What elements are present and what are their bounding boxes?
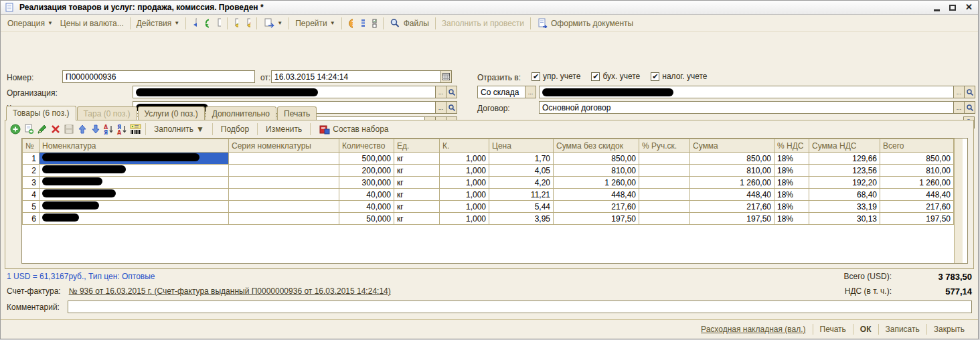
sort-desc-icon[interactable]: ЯА <box>116 124 128 135</box>
cell-price[interactable]: 3,95 <box>489 213 554 225</box>
copy-document-button[interactable] <box>213 18 224 29</box>
cell-k[interactable]: 1,000 <box>440 189 489 201</box>
cell-name[interactable] <box>39 153 229 165</box>
column-header-name[interactable]: Номенклатура <box>39 139 229 153</box>
cell-k[interactable]: 1,000 <box>440 201 489 213</box>
structure-icon[interactable] <box>357 18 368 29</box>
cell-vat_sum[interactable]: 68,40 <box>809 189 880 201</box>
cell-unit[interactable]: кг <box>394 213 440 225</box>
column-header-manual_disc[interactable]: % Руч.ск. <box>639 139 690 153</box>
post-document-button[interactable] <box>230 18 242 29</box>
reread-button[interactable] <box>189 18 200 29</box>
cell-series[interactable] <box>229 165 339 177</box>
delete-row-icon[interactable] <box>50 124 61 135</box>
unpost-document-button[interactable] <box>242 18 254 29</box>
cell-unit[interactable]: кг <box>394 165 440 177</box>
goto-menu-button[interactable]: Перейти▼ <box>292 17 338 29</box>
cell-qty[interactable]: 40,000 <box>339 189 394 201</box>
cell-vat_pct[interactable]: 18% <box>774 213 809 225</box>
cell-sum[interactable]: 448,40 <box>690 189 774 201</box>
sort-asc-icon[interactable]: АЯ <box>103 124 114 135</box>
cell-total[interactable]: 810,00 <box>880 165 954 177</box>
cell-series[interactable] <box>229 213 339 225</box>
end-edit-icon[interactable] <box>63 124 74 135</box>
close-button[interactable]: ✕ <box>965 4 973 11</box>
cell-vat_pct[interactable]: 18% <box>774 165 809 177</box>
tab-4[interactable]: Печать <box>277 106 317 120</box>
column-header-total[interactable]: Всего <box>880 139 954 153</box>
cell-name[interactable] <box>39 177 229 189</box>
cell-manual_disc[interactable] <box>639 201 690 213</box>
date-input[interactable]: 16.03.2015 14:24:14 <box>271 70 441 83</box>
prices-currency-button[interactable]: Цены и валюта... <box>57 17 127 29</box>
cell-sum_wo_disc[interactable]: 850,00 <box>554 153 639 165</box>
cell-qty[interactable]: 200,000 <box>339 165 394 177</box>
cell-sum[interactable]: 217,60 <box>690 201 774 213</box>
bottom-button-2[interactable]: ОК <box>853 323 878 335</box>
cell-sum_wo_disc[interactable]: 448,40 <box>554 189 639 201</box>
cell-sum[interactable]: 810,00 <box>690 165 774 177</box>
bottom-button-3[interactable]: Записать <box>879 323 926 335</box>
bottom-button-1[interactable]: Печать <box>813 323 853 335</box>
organization-open-button[interactable] <box>446 86 457 98</box>
cell-series[interactable] <box>229 189 339 201</box>
column-header-series[interactable]: Серия номенклатуры <box>229 139 339 153</box>
cell-vat_pct[interactable]: 18% <box>774 177 809 189</box>
warehouse-input[interactable] <box>539 86 954 98</box>
cell-qty[interactable]: 40,000 <box>339 201 394 213</box>
cell-series[interactable] <box>229 177 339 189</box>
cell-price[interactable]: 4,20 <box>489 177 554 189</box>
add-row-icon[interactable] <box>9 124 21 135</box>
column-header-qty[interactable]: Количество <box>339 139 394 153</box>
warehouse-mode-button[interactable]: ... <box>525 86 536 98</box>
cell-unit[interactable]: кг <box>394 201 440 213</box>
cell-k[interactable]: 1,000 <box>440 177 489 189</box>
column-header-vat_pct[interactable]: % НДС <box>774 139 809 153</box>
tab-0[interactable]: Товары (6 поз.) <box>6 106 76 120</box>
cell-num[interactable]: 5 <box>23 201 39 213</box>
cell-k[interactable]: 1,000 <box>440 153 489 165</box>
bottom-button-4[interactable]: Закрыть <box>927 323 971 335</box>
cell-num[interactable]: 4 <box>23 189 39 201</box>
tab-2[interactable]: Услуги (0 поз.) <box>138 106 205 120</box>
vertical-scrollbar[interactable] <box>954 139 963 263</box>
reflect-checkbox-2[interactable]: ✔налог. учете <box>651 72 707 81</box>
cell-unit[interactable]: кг <box>394 177 440 189</box>
cell-qty[interactable]: 300,000 <box>339 177 394 189</box>
cell-vat_sum[interactable]: 33,19 <box>809 201 880 213</box>
column-header-sum[interactable]: Сумма <box>690 139 774 153</box>
cell-manual_disc[interactable] <box>639 165 690 177</box>
cell-k[interactable]: 1,000 <box>440 213 489 225</box>
column-header-num[interactable]: № <box>23 139 39 153</box>
cell-price[interactable]: 1,70 <box>489 153 554 165</box>
pick-button[interactable]: Подбор <box>217 123 253 135</box>
cell-unit[interactable]: кг <box>394 153 440 165</box>
cell-sum_wo_disc[interactable]: 217,60 <box>554 201 639 213</box>
cell-name[interactable] <box>39 213 229 225</box>
make-documents-button[interactable]: Оформить документы <box>534 17 637 30</box>
cell-price[interactable]: 11,21 <box>489 189 554 201</box>
change-button[interactable]: Изменить <box>262 123 306 135</box>
cell-price[interactable]: 5,44 <box>489 201 554 213</box>
warehouse-select-button[interactable]: ... <box>954 86 965 98</box>
calendar-button[interactable] <box>441 70 452 83</box>
cell-num[interactable]: 6 <box>23 213 39 225</box>
cell-manual_disc[interactable] <box>639 189 690 201</box>
cell-vat_pct[interactable]: 18% <box>774 201 809 213</box>
maximize-button[interactable] <box>949 5 956 11</box>
cell-manual_disc[interactable] <box>639 177 690 189</box>
cell-num[interactable]: 3 <box>23 177 39 189</box>
fill-and-post-button[interactable]: Заполнить и провести <box>438 17 527 29</box>
column-header-sum_wo_disc[interactable]: Сумма без скидок <box>554 139 639 153</box>
cell-series[interactable] <box>229 201 339 213</box>
column-header-price[interactable]: Цена <box>489 139 554 153</box>
list-settings-icon[interactable] <box>369 18 380 29</box>
cell-sum_wo_disc[interactable]: 1 260,00 <box>554 177 639 189</box>
reflect-checkbox-1[interactable]: ✔бух. учете <box>591 72 640 81</box>
column-header-unit[interactable]: Ед. <box>394 139 440 153</box>
cell-qty[interactable]: 50,000 <box>339 213 394 225</box>
set-composition-button[interactable]: Состав набора <box>315 122 392 136</box>
cell-name[interactable] <box>39 189 229 201</box>
cell-qty[interactable]: 500,000 <box>339 153 394 165</box>
number-input[interactable]: П0000000936 <box>62 70 255 83</box>
